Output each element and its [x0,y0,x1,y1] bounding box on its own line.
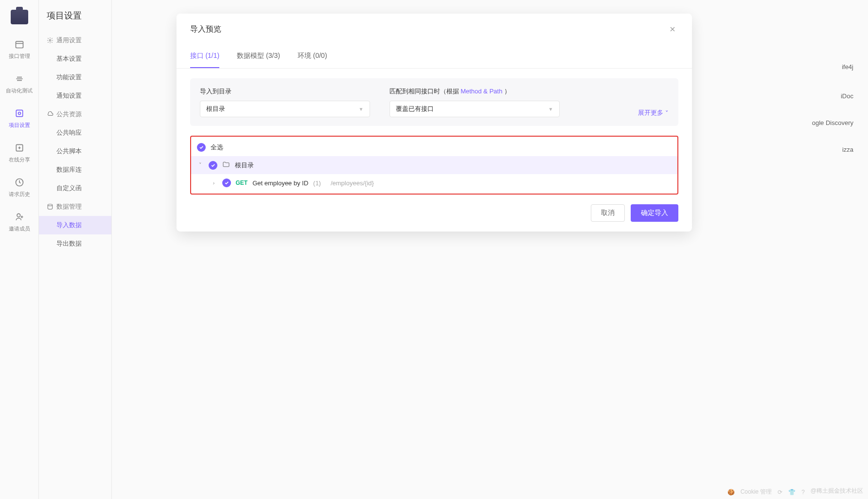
folder-checkbox[interactable] [209,161,217,170]
expand-toggle[interactable]: › [211,180,217,186]
check-icon [199,145,204,150]
refresh-icon[interactable]: ⟳ [778,489,782,496]
folder-icon [222,160,230,170]
match-link[interactable]: Method & Path [461,88,502,95]
check-icon [224,180,229,185]
chevron-down-icon: ▼ [359,107,364,112]
folder-name: 根目录 [235,161,254,170]
tree-api-row[interactable]: › GET Get employee by ID (1) /employees/… [191,174,677,192]
chevron-down-icon: ▼ [549,107,553,112]
chevron-down-icon: ˅ [665,109,669,117]
import-config: 导入到目录 根目录 ▼ 匹配到相同接口时（根据 Method & Path ） … [190,78,678,126]
select-all-label: 全选 [211,143,223,152]
expand-toggle[interactable]: ˅ [197,162,204,168]
footer-toolbar: 🍪 Cookie 管理 ⟳ 👕 ? [727,488,805,496]
api-name: Get employee by ID [252,179,308,187]
tree-folder-row[interactable]: ˅ 根目录 [191,156,677,174]
close-button[interactable] [667,23,678,35]
select-all-row: 全选 [191,139,677,156]
modal-overlay: 导入预览 接口 (1/1) 数据模型 (3/3) 环境 (0/0) 导入到目录 … [0,0,868,499]
select-all-checkbox[interactable] [197,143,206,152]
close-icon [669,25,676,33]
api-tree-highlighted: 全选 ˅ 根目录 › GET Get employee by ID (1) [190,136,678,195]
expand-more-button[interactable]: 展开更多 ˅ [638,108,669,117]
watermark: @稀土掘金技术社区 [811,487,863,495]
match-label: 匹配到相同接口时（根据 Method & Path ） [390,87,560,96]
check-icon [211,163,215,168]
shirt-icon[interactable]: 👕 [788,489,796,496]
tab-api[interactable]: 接口 (1/1) [190,45,220,68]
help-icon[interactable]: ? [801,489,805,496]
api-count: (1) [313,179,321,187]
match-select[interactable]: 覆盖已有接口 ▼ [390,101,560,117]
confirm-button[interactable]: 确定导入 [631,204,678,222]
api-checkbox[interactable] [222,178,231,187]
import-preview-modal: 导入预览 接口 (1/1) 数据模型 (3/3) 环境 (0/0) 导入到目录 … [177,14,692,232]
cookie-label[interactable]: Cookie 管理 [741,488,772,496]
dir-select[interactable]: 根目录 ▼ [200,101,370,117]
cancel-button[interactable]: 取消 [591,204,625,222]
method-badge: GET [236,179,248,186]
tab-env[interactable]: 环境 (0/0) [298,45,327,68]
modal-footer: 取消 确定导入 [177,195,692,232]
tab-model[interactable]: 数据模型 (3/3) [237,45,280,68]
api-path: /employees/{id} [331,179,374,187]
modal-title: 导入预览 [190,24,221,35]
modal-tabs: 接口 (1/1) 数据模型 (3/3) 环境 (0/0) [177,45,692,69]
cookie-icon: 🍪 [727,489,735,496]
dir-label: 导入到目录 [200,87,370,96]
